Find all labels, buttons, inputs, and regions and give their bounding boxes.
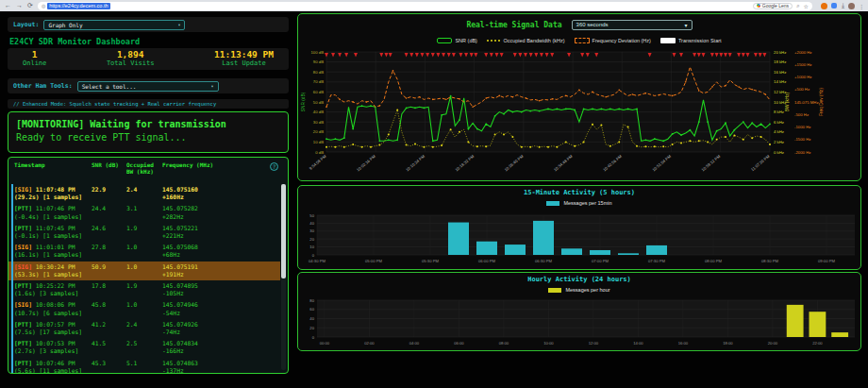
- signal-tag: [PTT]: [14, 282, 32, 289]
- svg-text:+500 Hz: +500 Hz: [794, 87, 810, 92]
- svg-text:04:30 PM: 04:30 PM: [309, 259, 326, 263]
- svg-text:09:00 PM: 09:00 PM: [818, 259, 835, 263]
- yellow-legend-swatch: [548, 288, 561, 293]
- legend-hourly: Messages per hour: [298, 285, 860, 295]
- extension-icon-1[interactable]: [821, 3, 827, 9]
- forward-button[interactable]: →: [16, 0, 23, 11]
- table-row[interactable]: [SIG] 11:07:48 PM (29.2s) [1 samples]22.…: [8, 184, 280, 203]
- bar: [646, 245, 667, 255]
- svg-text:04:00: 04:00: [409, 341, 420, 346]
- bar: [505, 245, 526, 255]
- signal-tag: [PTT]: [14, 225, 32, 231]
- reload-button[interactable]: ⟳: [27, 0, 33, 11]
- svg-text:07:00 PM: 07:00 PM: [592, 259, 609, 263]
- svg-text:20: 20: [309, 326, 314, 330]
- svg-text:40: 40: [309, 316, 314, 321]
- chart-legend: SNR (dB) Occupied Bandwidth (kHz) Freque…: [298, 35, 860, 46]
- svg-text:10:00: 10:00: [543, 341, 554, 346]
- stat-last-update: 11:13:49 PM Last Update: [214, 50, 274, 68]
- svg-text:10:26:40 PM: 10:26:40 PM: [504, 154, 525, 173]
- svg-text:16 kHz: 16 kHz: [774, 70, 786, 75]
- teal-legend-swatch: [546, 201, 559, 206]
- bar: [448, 223, 469, 255]
- table-row[interactable]: [PTT] 10:07:53 PM (2.7s) [3 samples]41.5…: [8, 338, 280, 357]
- chart-title-hourly: Hourly Activity (24 hours): [298, 273, 860, 285]
- svg-text:+1500 Hz: +1500 Hz: [794, 62, 812, 67]
- svg-text:8 kHz: 8 kHz: [774, 110, 784, 114]
- table-row[interactable]: [SIG] 11:01:01 PM (16.1s) [1 samples]27.…: [8, 242, 280, 261]
- realtime-signal-chart[interactable]: 100 dB90 dB80 dB70 dB60 dB50 dB40 dB30 d…: [298, 46, 860, 178]
- table-scrollbar[interactable]: [281, 184, 286, 370]
- txstart-legend-swatch: [660, 38, 676, 43]
- back-button[interactable]: ←: [5, 0, 11, 11]
- svg-text:22:00: 22:00: [812, 341, 823, 346]
- svg-text:100 dB: 100 dB: [310, 50, 324, 55]
- table-rows: [SIG] 11:07:48 PM (29.2s) [1 samples]22.…: [8, 184, 280, 373]
- search-icon[interactable]: ⌕: [796, 3, 799, 9]
- table-row[interactable]: [PTT] 11:07:46 PM (-0.4s) [1 samples]24.…: [8, 203, 280, 222]
- bar: [618, 253, 639, 255]
- layout-select[interactable]: Graph Only▾: [43, 20, 185, 30]
- svg-text:30 dB: 30 dB: [313, 120, 324, 125]
- layout-label: Layout:: [13, 21, 39, 28]
- svg-text:20 dB: 20 dB: [313, 129, 324, 134]
- bookmark-star-icon[interactable]: ☆: [804, 3, 809, 9]
- tools-select[interactable]: Select a tool...▾: [77, 81, 219, 92]
- monitor-substatus: Ready to receive PTT signal...: [16, 130, 280, 144]
- signal-tag: [SIG]: [14, 263, 32, 270]
- svg-text:-2000 Hz: -2000 Hz: [794, 150, 810, 155]
- svg-text:-500 Hz: -500 Hz: [794, 112, 809, 117]
- svg-text:+2000 Hz: +2000 Hz: [794, 50, 812, 55]
- svg-text:60 dB: 60 dB: [313, 90, 324, 94]
- signal-tag: [PTT]: [14, 321, 32, 328]
- svg-text:10:42:56 PM: 10:42:56 PM: [602, 154, 623, 173]
- svg-text:40 dB: 40 dB: [313, 110, 324, 114]
- legend-15min: Messages per 15min: [298, 198, 860, 208]
- profile-avatar[interactable]: [848, 3, 855, 9]
- enhanced-mode-note: // Enhanced Mode: Squelch state tracking…: [8, 99, 289, 109]
- svg-text:30: 30: [309, 228, 314, 233]
- table-row[interactable]: [SIG] 10:08:06 PM (10.7s) [6 samples]45.…: [8, 299, 280, 318]
- table-row[interactable]: [PTT] 11:07:45 PM (-0.1s) [1 samples]24.…: [8, 223, 280, 242]
- google-lens-button[interactable]: Google Lens: [753, 3, 793, 9]
- svg-text:18:00: 18:00: [723, 341, 733, 346]
- url-text[interactable]: https://e24cy.decem.co.th: [47, 3, 109, 9]
- bar: [590, 250, 610, 255]
- svg-text:05:00 PM: 05:00 PM: [365, 259, 382, 263]
- signal-tag: [SIG]: [14, 244, 32, 250]
- downloads-icon[interactable]: ⤓: [842, 0, 844, 11]
- table-row[interactable]: [SIG] 10:30:24 PM (53.3s) [1 samples]50.…: [8, 261, 280, 280]
- activity-15min-chart[interactable]: 5040302010004:30 PM05:00 PM05:30 PM06:00…: [298, 208, 860, 268]
- svg-text:50: 50: [309, 213, 314, 218]
- browser-menu-icon[interactable]: ⋮: [859, 3, 864, 9]
- tools-label: Other Ham Tools:: [13, 82, 73, 90]
- activity-15min-panel: 15-Minute Activity (5 hours) Messages pe…: [297, 185, 861, 270]
- svg-text:40: 40: [309, 221, 314, 226]
- svg-text:0 kHz: 0 kHz: [774, 150, 784, 155]
- stat-total-visits: 1,894 Total Visits: [107, 50, 155, 68]
- help-icon[interactable]: ?: [270, 162, 278, 171]
- realtime-chart-panel: Real-time Signal Data 360 seconds▾ SNR (…: [297, 13, 861, 181]
- table-row[interactable]: [PTT] 10:07:46 PM (5.6s) [11 samples]45.…: [8, 358, 280, 373]
- google-lens-icon: [757, 4, 760, 8]
- signal-tag: [SIG]: [14, 301, 32, 308]
- svg-text:20:00: 20:00: [768, 341, 778, 346]
- table-row[interactable]: [PTT] 10:25:22 PM (1.6s) [3 samples]17.8…: [8, 280, 280, 299]
- table-row[interactable]: [PTT] 10:07:57 PM (7.5s) [17 samples]41.…: [8, 319, 280, 338]
- scrollbar-thumb[interactable]: [281, 184, 286, 278]
- time-window-select[interactable]: 360 seconds▾: [572, 20, 693, 30]
- address-bar[interactable]: ◎ https://e24cy.decem.co.th Google Lens …: [38, 2, 812, 10]
- chevron-down-icon: ▾: [685, 22, 688, 28]
- svg-text:20: 20: [309, 237, 314, 242]
- svg-text:02:00: 02:00: [364, 341, 375, 346]
- svg-text:07:30 PM: 07:30 PM: [648, 259, 665, 263]
- extension-icon-2[interactable]: [831, 3, 837, 8]
- chevron-down-icon: ▾: [211, 83, 214, 89]
- activity-hourly-chart[interactable]: 80604020000:0002:0004:0006:0008:0010:001…: [298, 295, 860, 352]
- site-settings-icon[interactable]: ◎: [42, 3, 45, 8]
- svg-text:10:02:16 PM: 10:02:16 PM: [356, 154, 376, 173]
- monitor-panel: [MONITORING] Waiting for transmission Re…: [8, 111, 289, 153]
- chevron-down-icon: ▾: [177, 22, 180, 27]
- svg-text:+1000 Hz: +1000 Hz: [794, 75, 812, 79]
- svg-text:20 kHz: 20 kHz: [774, 50, 786, 55]
